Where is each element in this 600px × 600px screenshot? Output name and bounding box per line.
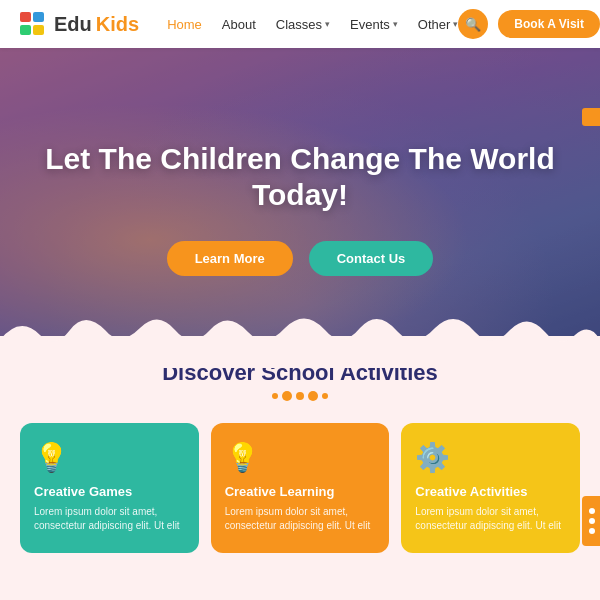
nav-links: Home About Classes ▾ Events ▾ Other ▾ bbox=[167, 17, 458, 32]
logo-edu-text: Edu bbox=[54, 13, 92, 36]
activities-section: Discover School Activities 💡 Creative Ga… bbox=[0, 336, 600, 600]
learn-more-button[interactable]: Learn More bbox=[167, 241, 293, 276]
learning-icon: 💡 bbox=[225, 441, 376, 474]
chevron-down-icon: ▾ bbox=[325, 19, 330, 29]
divider-dot-3 bbox=[296, 392, 304, 400]
activity-card-learning[interactable]: 💡 Creative Learning Lorem ipsum dolor si… bbox=[211, 423, 390, 553]
logo-kids-text: Kids bbox=[96, 13, 139, 36]
divider-dot-2 bbox=[282, 391, 292, 401]
divider-dot-5 bbox=[322, 393, 328, 399]
learning-title: Creative Learning bbox=[225, 484, 376, 499]
hero-content: Let The Children Change The World Today!… bbox=[0, 141, 600, 276]
activity-card-activities[interactable]: ⚙️ Creative Activities Lorem ipsum dolor… bbox=[401, 423, 580, 553]
logo-icon bbox=[20, 12, 48, 36]
contact-us-button[interactable]: Contact Us bbox=[309, 241, 434, 276]
activity-cards-row: 💡 Creative Games Lorem ipsum dolor sit a… bbox=[20, 423, 580, 553]
chevron-down-icon: ▾ bbox=[393, 19, 398, 29]
activities-icon: ⚙️ bbox=[415, 441, 566, 474]
scroll-badge-dot-3 bbox=[589, 528, 595, 534]
scroll-badge[interactable] bbox=[582, 496, 600, 546]
nav-about[interactable]: About bbox=[222, 17, 256, 32]
section-divider bbox=[20, 392, 580, 401]
book-visit-button[interactable]: Book A Visit bbox=[498, 10, 600, 38]
search-icon: 🔍 bbox=[465, 17, 481, 32]
hero-section: Let The Children Change The World Today!… bbox=[0, 48, 600, 368]
scroll-badge-dot-2 bbox=[589, 518, 595, 524]
nav-other-label: Other bbox=[418, 17, 451, 32]
nav-classes-label: Classes bbox=[276, 17, 322, 32]
nav-classes[interactable]: Classes ▾ bbox=[276, 17, 330, 32]
hero-title: Let The Children Change The World Today! bbox=[40, 141, 560, 213]
nav-events-label: Events bbox=[350, 17, 390, 32]
activities-desc: Lorem ipsum dolor sit amet, consectetur … bbox=[415, 505, 566, 533]
activities-title: Creative Activities bbox=[415, 484, 566, 499]
navbar: EduKids Home About Classes ▾ Events ▾ Ot… bbox=[0, 0, 600, 48]
nav-events[interactable]: Events ▾ bbox=[350, 17, 398, 32]
nav-home[interactable]: Home bbox=[167, 17, 202, 32]
games-icon: 💡 bbox=[34, 441, 185, 474]
nav-actions: 🔍 Book A Visit bbox=[458, 9, 600, 39]
logo[interactable]: EduKids bbox=[20, 12, 139, 36]
learning-desc: Lorem ipsum dolor sit amet, consectetur … bbox=[225, 505, 376, 533]
games-title: Creative Games bbox=[34, 484, 185, 499]
cloud-wave bbox=[0, 300, 600, 368]
hero-buttons: Learn More Contact Us bbox=[40, 241, 560, 276]
hero-right-badge bbox=[582, 108, 600, 126]
divider-dot-1 bbox=[272, 393, 278, 399]
games-desc: Lorem ipsum dolor sit amet, consectetur … bbox=[34, 505, 185, 533]
search-button[interactable]: 🔍 bbox=[458, 9, 488, 39]
scroll-badge-dot-1 bbox=[589, 508, 595, 514]
nav-other[interactable]: Other ▾ bbox=[418, 17, 459, 32]
divider-dot-4 bbox=[308, 391, 318, 401]
activity-card-games[interactable]: 💡 Creative Games Lorem ipsum dolor sit a… bbox=[20, 423, 199, 553]
